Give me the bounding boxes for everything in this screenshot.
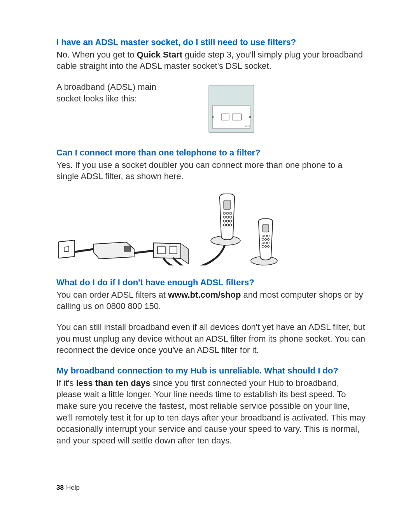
svg-point-21 xyxy=(226,220,229,222)
faq-question-2: Can I connect more than one telephone to… xyxy=(56,147,366,159)
svg-text:ADSL: ADSL xyxy=(245,125,251,127)
page-number: 38 xyxy=(56,484,64,491)
svg-point-34 xyxy=(262,242,264,244)
adsl-socket-illustration: ADSL xyxy=(204,81,259,136)
text: since you first connected your Hub to br… xyxy=(56,378,366,445)
svg-point-30 xyxy=(267,235,269,237)
svg-point-3 xyxy=(249,116,251,118)
svg-point-18 xyxy=(226,216,229,218)
svg-rect-9 xyxy=(124,246,131,251)
svg-point-29 xyxy=(264,235,266,237)
svg-point-20 xyxy=(223,220,226,222)
faq-answer-2: Yes. If you use a socket doubler you can… xyxy=(56,159,366,182)
socket-illustration-row: A broadband (ADSL) main socket looks lik… xyxy=(56,81,366,136)
svg-point-16 xyxy=(229,212,232,215)
illustration-caption: A broadband (ADSL) main socket looks lik… xyxy=(56,81,181,104)
svg-point-38 xyxy=(264,245,266,247)
svg-point-2 xyxy=(212,116,214,118)
svg-point-24 xyxy=(226,224,229,226)
faq-question-1: I have an ADSL master socket, do I still… xyxy=(56,37,366,48)
svg-point-31 xyxy=(262,238,264,240)
svg-point-33 xyxy=(267,238,269,240)
faq-answer-4: If it's less than ten days since you fir… xyxy=(56,377,366,447)
svg-rect-4 xyxy=(221,114,229,120)
text: No. When you get to xyxy=(56,50,137,59)
svg-point-25 xyxy=(229,224,232,226)
svg-rect-11 xyxy=(169,247,177,254)
svg-point-14 xyxy=(223,212,226,215)
faq-answer-3a: You can order ADSL filters at www.bt.com… xyxy=(56,289,366,312)
page: I have an ADSL master socket, do I still… xyxy=(0,0,420,513)
text: You can order ADSL filters at xyxy=(56,290,168,300)
svg-rect-1 xyxy=(213,105,250,129)
svg-point-28 xyxy=(262,235,264,237)
svg-point-17 xyxy=(223,216,226,218)
faq-question-4: My broadband connection to my Hub is unr… xyxy=(56,365,366,377)
doubler-diagram xyxy=(56,192,366,265)
page-footer: 38Help xyxy=(56,484,80,492)
svg-point-19 xyxy=(229,216,232,218)
faq-answer-3b: You can still install broadband even if … xyxy=(56,321,366,356)
bold-text: www.bt.com/shop xyxy=(168,290,241,300)
bold-text: less than ten days xyxy=(76,378,150,388)
svg-rect-13 xyxy=(224,200,231,209)
svg-point-35 xyxy=(264,242,266,244)
svg-point-37 xyxy=(262,245,264,247)
svg-rect-10 xyxy=(158,247,165,254)
svg-point-32 xyxy=(264,238,266,240)
text: If it's xyxy=(56,378,76,388)
faq-answer-1: No. When you get to Quick Start guide st… xyxy=(56,49,366,72)
svg-point-15 xyxy=(226,212,229,215)
bold-text: Quick Start xyxy=(137,50,182,59)
svg-rect-5 xyxy=(232,114,242,120)
svg-point-39 xyxy=(267,245,269,247)
svg-rect-8 xyxy=(64,247,69,252)
svg-point-23 xyxy=(223,224,226,226)
svg-point-22 xyxy=(229,220,232,222)
section-name: Help xyxy=(66,484,80,491)
svg-point-36 xyxy=(267,242,269,244)
svg-rect-27 xyxy=(262,224,269,232)
faq-question-3: What do I do if I don't have enough ADSL… xyxy=(56,277,366,288)
